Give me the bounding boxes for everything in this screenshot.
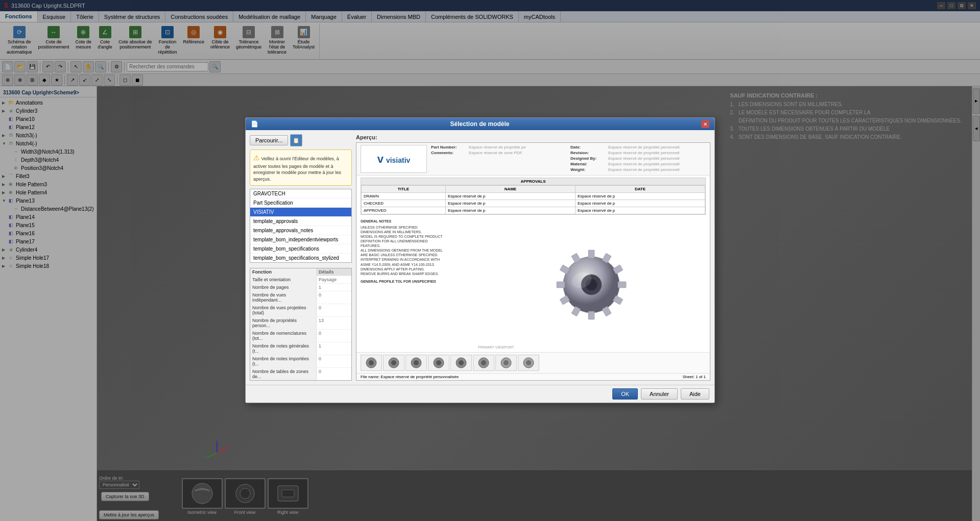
info-val-zones: 0 [317, 368, 323, 380]
template-item-bom-independent[interactable]: template_bom_independentviewports [250, 235, 351, 244]
col-name: NAME [445, 186, 575, 193]
approvals-table: TITLE NAME DATE DRAWN Espace réservé de … [361, 185, 705, 214]
modal-left-panel: Parcourir... 📋 ⚠ Veillez à ouvrir l'Édit… [250, 134, 352, 381]
approval-row-checked: CHECKED Espace réservé de p Espace réser… [362, 200, 705, 207]
info-val-vues-ind: 0 [317, 291, 323, 304]
browse-icon[interactable]: 📋 [290, 134, 302, 146]
prev-thumb-7 [495, 355, 517, 371]
approved-name: Espace réservé de p [445, 207, 575, 214]
info-key-notes-imp: Nombre de notes importées (t... [250, 355, 317, 367]
svg-rect-22 [618, 282, 626, 288]
preview-body: GENERAL NOTES UNLESS OTHERWISE SPECIFIED… [356, 217, 710, 352]
info-row-notes-gen: Nombre de notes générales (t... 1 [250, 342, 351, 355]
modal-title-text: Sélection de modèle [450, 120, 509, 128]
info-key-nomenclatures: Nombre de nomenclatures (tot... [250, 330, 317, 342]
modal-body: Parcourir... 📋 ⚠ Veillez à ouvrir l'Édit… [246, 130, 714, 385]
modal-close-button[interactable]: ✕ [701, 120, 709, 128]
svg-rect-25 [588, 311, 594, 319]
file-name-label: File name: [361, 375, 381, 379]
preview-content: v visiativ Part Number: Espace réservé d… [356, 143, 710, 380]
info-val-notes-gen: 1 [317, 342, 323, 355]
template-item-part-spec[interactable]: Part Specification [250, 199, 351, 208]
warning-text: Veillez à ouvrir l'Éditeur de modèles, à… [253, 156, 341, 182]
prev-thumb-2 [383, 355, 404, 371]
primary-viewport-label: PRIMARY VIEWPORT [478, 345, 514, 349]
svg-point-43 [459, 360, 464, 365]
modal-cancel-button[interactable]: Annuler [641, 388, 678, 400]
material-val: Espace réservé de propriété personnell [608, 162, 680, 166]
info-header-details: Détails [317, 268, 336, 276]
prev-thumb-8 [518, 355, 539, 371]
col-date: DATE [575, 186, 705, 193]
sheet-label: Sheet: 1 of 1 [683, 375, 706, 379]
visiativ-v: v [377, 153, 384, 165]
date-key: Date: [570, 145, 606, 150]
drawn-date: Espace réservé de p [575, 193, 705, 200]
template-item-bom-spec[interactable]: template_bom_specifications [250, 244, 351, 254]
info-key-notes-gen: Nombre de notes générales (t... [250, 342, 317, 355]
modal-info-table: Fonction Détails Taille et orientation P… [250, 268, 352, 381]
info-row-notes-imp: Nombre de notes importées (t... 0 [250, 355, 351, 368]
template-item-visiativ[interactable]: VISIATIV [250, 208, 351, 217]
svg-rect-28 [557, 282, 565, 288]
weight-val: Espace réservé de propriété personnell [608, 167, 680, 172]
preview-meta: Part Number: Espace réservé de propriété… [431, 145, 566, 173]
meta-row-date: Date: Espace réservé de propriété person… [570, 145, 706, 150]
modal-overlay: 📄 Sélection de modèle ✕ Parcourir... 📋 ⚠… [0, 0, 980, 521]
drawn-title: DRAWN [362, 193, 446, 200]
checked-name: Espace réservé de p [445, 200, 575, 207]
modal-info-header-row: Fonction Détails [250, 268, 351, 276]
drawn-name: Espace réservé de p [445, 193, 575, 200]
meta-row-designed-by: Designed By: Espace réservé de propriété… [570, 156, 706, 161]
prev-thumb-5 [450, 355, 472, 371]
general-profile-note: GENERAL PROFILE TOL FOR UNSPECIFIED [361, 279, 473, 284]
svg-point-49 [526, 360, 531, 365]
template-item-bom-spec-stylized[interactable]: template_bom_specifications_stylized [250, 254, 351, 263]
prev-thumb-4 [428, 355, 449, 371]
revision-val: Espace réservé de propriété personnell [608, 151, 680, 155]
info-val-vues-proj: 0 [317, 304, 323, 316]
part-number-val: Espace réservé de propriété pe [469, 145, 526, 150]
modal-ok-button[interactable]: OK [612, 388, 638, 400]
info-key-proprietes: Nombre de propriétés person... [250, 317, 317, 329]
approved-date: Espace réservé de p [575, 207, 705, 214]
modal-help-button[interactable]: Aide [681, 388, 709, 400]
warning-icon: ⚠ [253, 154, 260, 162]
info-row-vues-ind: Nombre de vues indépendant... 0 [250, 291, 351, 304]
preview-area: v visiativ Part Number: Espace réservé d… [356, 142, 710, 381]
meta-row-material: Material: Espace réservé de propriété pe… [570, 162, 706, 166]
meta-row-revision: Revision: Espace réservé de propriété pe… [570, 151, 706, 155]
part-number-key: Part Number: [431, 145, 467, 150]
general-notes-title: GENERAL NOTES [361, 219, 473, 224]
visiativ-text: visiativ [386, 156, 410, 164]
modal-right-panel: Aperçu: v visiativ [356, 134, 710, 381]
template-item-gravotech[interactable]: GRAVOTECH [250, 189, 351, 199]
browse-button[interactable]: Parcourir... [250, 135, 288, 145]
svg-point-45 [481, 360, 486, 365]
template-item-approvals[interactable]: template_approvals [250, 217, 351, 226]
preview-label: Aperçu: [356, 134, 710, 140]
template-item-approvals-notes[interactable]: template_approvals_notes [250, 226, 351, 235]
checked-title: CHECKED [362, 200, 446, 207]
col-title: TITLE [362, 186, 446, 193]
preview-footer: File name: Espace réservé de propriété p… [356, 373, 710, 380]
info-val-taille: Paysage [317, 276, 339, 283]
svg-point-47 [504, 360, 509, 365]
svg-point-41 [436, 360, 441, 365]
info-row-proprietes: Nombre de propriétés person... 13 [250, 317, 351, 330]
info-row-taille: Taille et orientation Paysage [250, 276, 351, 284]
approval-row-approved: APPROVED Espace réservé de p Espace rése… [362, 207, 705, 214]
info-val-proprietes: 13 [317, 317, 326, 329]
prev-thumb-3 [405, 355, 427, 371]
svg-point-39 [414, 360, 419, 365]
info-key-taille: Taille et orientation [250, 276, 317, 283]
info-key-vues-proj: Nombre de vues projetées (total) [250, 304, 317, 316]
designed-by-key: Designed By: [570, 156, 606, 161]
weight-key: Weight: [570, 167, 606, 172]
approval-row-drawn: DRAWN Espace réservé de p Espace réservé… [362, 193, 705, 200]
prev-thumb-1 [361, 355, 382, 371]
meta-row-weight: Weight: Espace réservé de propriété pers… [570, 167, 706, 172]
approvals-title: APPROVALS [361, 178, 705, 185]
info-row-nomenclatures: Nombre de nomenclatures (tot... 0 [250, 330, 351, 342]
preview-header: v visiativ Part Number: Espace réservé d… [356, 143, 710, 176]
